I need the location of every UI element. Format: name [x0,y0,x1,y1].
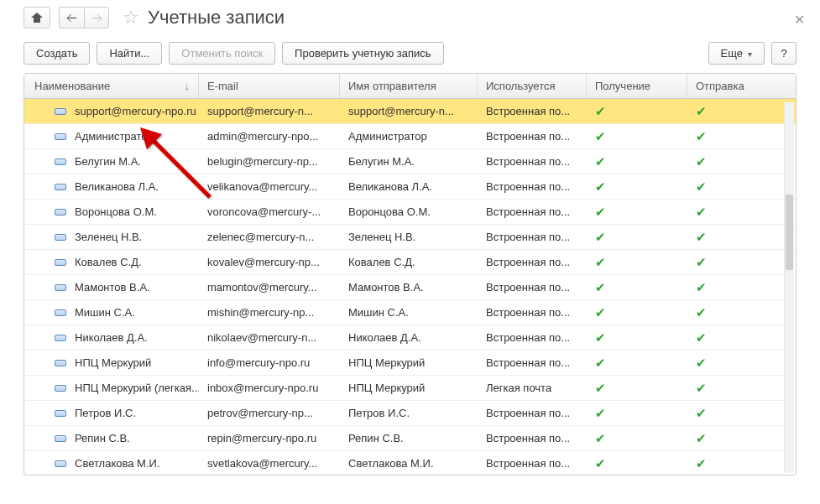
cell-name: Зеленец Н.В. [75,231,142,243]
cell-used: Встроенная по... [478,130,587,143]
cell-sender: Зеленец Н.В. [340,231,478,243]
table-row[interactable]: Администраторadmin@mercury-npo...Админис… [24,124,796,149]
cell-name: Воронцова О.М. [75,205,157,218]
verify-account-button[interactable]: Проверить учетную запись [282,42,443,65]
cell-send: ✔ [687,406,780,421]
cell-sender: Репин С.В. [340,432,478,444]
cell-used: Встроенная по... [478,105,587,117]
account-icon [55,410,66,417]
check-icon: ✔ [595,179,606,194]
scrollbar[interactable] [784,102,794,473]
table-row[interactable]: НПЦ Меркурийinfo@mercury-npo.ruНПЦ Мерку… [24,351,796,376]
cell-email: mamontov@mercury... [199,281,340,294]
cell-used: Встроенная по... [478,432,587,444]
cell-receive: ✔ [587,129,687,144]
check-icon: ✔ [696,230,707,244]
cell-sender: Светлакова М.И. [340,457,478,470]
cell-used: Встроенная по... [478,331,587,344]
table-row[interactable]: Мишин С.А.mishin@mercury-np...Мишин С.А.… [24,300,796,325]
cell-used: Встроенная по... [478,205,587,218]
table-row[interactable]: Великанова Л.А.velikanova@mercury...Вели… [24,174,796,200]
cell-send: ✔ [687,431,780,446]
cell-sender: Воронцова О.М. [340,205,478,218]
cell-send: ✔ [687,280,780,295]
cell-email: kovalev@mercury-np... [199,256,340,268]
table-row[interactable]: Воронцова О.М.voroncova@mercury-...Ворон… [24,200,796,225]
cell-receive: ✔ [587,154,687,169]
cell-sender: НПЦ Меркурий [340,356,478,369]
cell-send: ✔ [687,205,780,220]
check-icon: ✔ [696,431,707,445]
forward-button[interactable]: 🡢 [84,7,109,29]
cell-name: Ковалев С.Д. [75,256,142,268]
column-header-sender[interactable]: Имя отправителя [340,74,478,98]
column-header-used[interactable]: Используется [478,74,587,98]
cell-name: Мишин С.А. [75,306,135,319]
page-title: Учетные записи [148,7,285,29]
cell-sender: Администратор [340,130,478,143]
cell-name: НПЦ Меркурий (легкая... [75,382,199,394]
table-row[interactable]: Белугин М.А.belugin@mercury-np...Белугин… [24,149,796,174]
table-row[interactable]: НПЦ Меркурий (легкая...inbox@mercury-npo… [24,376,796,401]
cell-receive: ✔ [587,431,687,446]
table-row[interactable]: Мамонтов В.А.mamontov@mercury...Мамонтов… [24,275,796,300]
find-button[interactable]: Найти... [97,42,162,65]
check-icon: ✔ [595,431,606,445]
cell-email: petrov@mercury-np... [199,407,340,419]
check-icon: ✔ [696,305,707,320]
back-button[interactable]: 🡠 [59,7,84,29]
cell-receive: ✔ [587,356,687,371]
cell-name: Петров И.С. [75,407,136,419]
cell-receive: ✔ [587,280,687,295]
check-icon: ✔ [595,280,606,294]
account-icon [55,133,66,140]
cell-sender: Мамонтов В.А. [340,281,478,294]
cell-send: ✔ [687,356,780,371]
cell-receive: ✔ [587,104,687,119]
cell-name: Великанова Л.А. [75,180,159,193]
check-icon: ✔ [696,381,707,395]
home-button[interactable] [24,7,50,29]
cell-email: info@mercury-npo.ru [199,356,340,369]
cell-send: ✔ [687,381,780,396]
cell-sender: Великанова Л.А. [340,180,478,193]
check-icon: ✔ [595,381,606,395]
cell-sender: Николаев Д.А. [340,331,478,344]
cell-send: ✔ [687,154,780,169]
check-icon: ✔ [696,330,707,345]
check-icon: ✔ [696,280,707,294]
cell-receive: ✔ [587,255,687,270]
table-row[interactable]: Николаев Д.А.nikolaev@mercury-n...Никола… [24,325,796,351]
more-button[interactable]: Еще [708,42,765,65]
favorite-star-icon[interactable]: ☆ [123,7,139,29]
check-icon: ✔ [595,356,606,370]
table-row[interactable]: support@mercury-npo.rusupport@mercury-n.… [24,99,796,124]
scroll-thumb[interactable] [786,195,793,270]
table-row[interactable]: Репин С.В.repin@mercury-npo.ruРепин С.В.… [24,426,796,451]
check-icon: ✔ [696,205,707,219]
table-row[interactable]: Зеленец Н.В.zelenec@mercury-n...Зеленец … [24,225,796,250]
create-button[interactable]: Создать [24,42,90,65]
cell-email: voroncova@mercury-... [199,205,340,218]
column-header-name[interactable]: Наименование ↓ [24,74,199,98]
table-row[interactable]: Ковалев С.Д.kovalev@mercury-np...Ковалев… [24,250,796,275]
account-icon [55,385,66,392]
table-row[interactable]: Светлакова М.И.svetlakova@mercury...Свет… [24,451,796,475]
cell-used: Встроенная по... [478,457,587,470]
table-row[interactable]: Петров И.С.petrov@mercury-np...Петров И.… [24,401,796,426]
cell-sender: Белугин М.А. [340,155,478,168]
cell-send: ✔ [687,104,780,119]
cell-receive: ✔ [587,456,687,471]
column-header-receive[interactable]: Получение [587,74,687,98]
cell-send: ✔ [687,179,780,195]
cell-send: ✔ [687,230,780,245]
help-button[interactable]: ? [771,42,796,65]
check-icon: ✔ [595,255,606,269]
cell-send: ✔ [687,456,780,471]
cell-receive: ✔ [587,406,687,421]
close-button[interactable]: ✕ [794,12,805,28]
cell-sender: support@mercury-n... [340,105,478,117]
sort-indicator-icon: ↓ [185,80,191,92]
column-header-email[interactable]: E-mail [199,74,340,98]
column-header-send[interactable]: Отправка [687,74,780,98]
